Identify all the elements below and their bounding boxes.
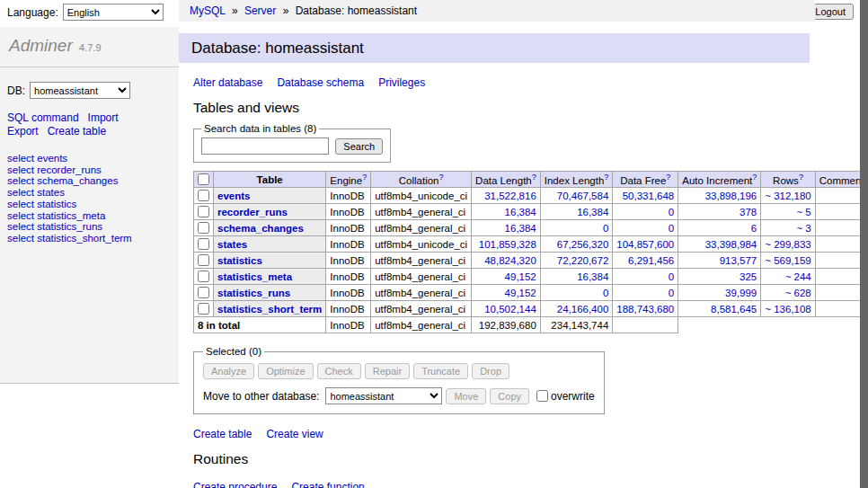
row-select-cell [194, 236, 214, 253]
action-link-privileges[interactable]: Privileges [378, 76, 425, 89]
rows-count-link[interactable]: ~ 628 [785, 288, 811, 298]
tables-body: eventsInnoDButf8mb4_unicode_ci31,522,816… [194, 188, 868, 333]
table-row-statistics-runs: statistics_runsInnoDButf8mb4_general_ci4… [194, 285, 868, 301]
sidebar-item-select-schema-changes[interactable]: select schema_changes [7, 175, 172, 187]
create-link-create-table[interactable]: Create table [193, 428, 252, 440]
table-link-statistics-runs[interactable]: statistics_runs [217, 288, 290, 298]
row-checkbox[interactable] [198, 190, 209, 201]
selected-optimize-button[interactable]: Optimize [258, 363, 313, 379]
selected-truncate-button[interactable]: Truncate [413, 363, 468, 379]
table-total-row: 8 in totalInnoDButf8mb4_general_ci192,83… [194, 317, 868, 333]
help-link[interactable]: ? [604, 173, 608, 182]
db-select[interactable]: homeassistant [30, 82, 130, 99]
help-link[interactable]: ? [799, 173, 803, 182]
selected-analyze-button[interactable]: Analyze [203, 363, 254, 379]
create-link-create-view[interactable]: Create view [266, 428, 323, 440]
help-link[interactable]: ? [362, 173, 367, 182]
tables-heading: Tables and views [193, 100, 815, 116]
row-checkbox[interactable] [198, 303, 209, 315]
help-link[interactable]: ? [752, 173, 757, 182]
table-link-events[interactable]: events [217, 191, 250, 201]
row-checkbox[interactable] [198, 254, 209, 266]
sidebar-item-select-statistics-meta[interactable]: select statistics_meta [7, 210, 172, 222]
sidebar-item-select-states[interactable]: select states [7, 187, 172, 199]
adminer-logo-link[interactable]: Adminer [9, 36, 73, 55]
action-link-alter-database[interactable]: Alter database [193, 76, 262, 89]
rows-count-link[interactable]: ~ 244 [785, 271, 811, 282]
rows-count-link[interactable]: ~ 3 [796, 223, 810, 234]
move-db-select[interactable]: homeassistant [325, 387, 442, 404]
engine-cell: InnoDB [326, 269, 371, 285]
table-name-cell: states [214, 236, 326, 253]
routine-link-create-procedure[interactable]: Create procedure [193, 481, 277, 488]
help-link[interactable]: ? [438, 173, 443, 182]
language-select[interactable]: English [63, 4, 164, 21]
row-checkbox[interactable] [198, 287, 209, 298]
empty-cell [761, 317, 815, 333]
rows-count-link[interactable]: ~ 136,108 [765, 304, 810, 315]
breadcrumb-current: Database: homeassistant [296, 4, 417, 17]
index-length-cell: 16,384 [540, 204, 613, 220]
action-link-database-schema[interactable]: Database schema [277, 76, 364, 89]
search-input[interactable] [201, 138, 329, 155]
routine-link-create-function[interactable]: Create function [291, 481, 364, 488]
copy-button[interactable]: Copy [490, 388, 529, 404]
vertical-scrollbar[interactable] [860, 0, 868, 488]
row-checkbox[interactable] [198, 238, 209, 250]
collation-cell: utf8mb4_general_ci [371, 285, 472, 301]
sidebar-item-select-events[interactable]: select events [7, 153, 172, 164]
column-header-table: Table [214, 172, 326, 188]
sidebar-link-import[interactable]: Import [88, 111, 119, 124]
table-link-statistics-short-term[interactable]: statistics_short_term [217, 304, 322, 315]
search-button[interactable]: Search [335, 138, 383, 155]
breadcrumb-mysql-link[interactable]: MySQL [190, 4, 226, 17]
index-length-cell: 70,467,584 [540, 188, 613, 204]
overwrite-checkbox[interactable] [536, 390, 548, 402]
help-link[interactable]: ? [532, 173, 536, 182]
row-checkbox[interactable] [198, 222, 209, 234]
sidebar-item-select-recorder-runs[interactable]: select recorder_runs [7, 164, 172, 176]
rows-count-link[interactable]: ~ 5 [796, 207, 810, 217]
table-name-cell: statistics_runs [214, 285, 326, 301]
collation-cell: utf8mb4_general_ci [371, 301, 472, 317]
rows-cell: ~ 244 [761, 269, 815, 285]
rows-count-link[interactable]: ~ 569,159 [765, 255, 810, 266]
help-link[interactable]: ? [666, 173, 670, 182]
rows-count-link[interactable]: ~ 312,180 [765, 191, 810, 201]
table-name-cell: statistics_meta [214, 269, 326, 285]
row-checkbox[interactable] [198, 206, 209, 217]
auto-increment-cell: 39,999 [678, 285, 761, 301]
scrollbar-thumb[interactable] [860, 0, 868, 488]
selected-drop-button[interactable]: Drop [472, 363, 509, 379]
rows-cell: ~ 5 [761, 204, 815, 220]
rows-count-link[interactable]: ~ 299,833 [765, 239, 810, 250]
breadcrumb-server-link[interactable]: Server [244, 4, 276, 17]
sidebar-item-select-statistics-runs[interactable]: select statistics_runs [7, 221, 172, 233]
row-checkbox[interactable] [198, 271, 209, 282]
data-length-cell: 101,859,328 [472, 236, 541, 253]
selected-check-button[interactable]: Check [317, 363, 361, 379]
tables-table: TableEngine?Collation?Data Length?Index … [193, 171, 868, 333]
breadcrumb-separator: » [232, 4, 238, 17]
table-link-schema-changes[interactable]: schema_changes [217, 223, 304, 234]
sidebar-item-select-statistics-short-term[interactable]: select statistics_short_term [7, 233, 172, 244]
auto-increment-cell: 913,577 [678, 253, 761, 269]
select-all-checkbox[interactable] [198, 173, 209, 185]
collation-cell: utf8mb4_general_ci [371, 204, 472, 220]
sidebar-link-create-table[interactable]: Create table [48, 125, 106, 138]
table-link-states[interactable]: states [217, 239, 247, 250]
sidebar-link-export[interactable]: Export [7, 125, 39, 138]
sidebar-link-sql-command[interactable]: SQL command [7, 111, 79, 124]
data-length-cell: 31,522,816 [472, 188, 541, 204]
sidebar-item-select-statistics[interactable]: select statistics [7, 199, 172, 210]
move-button[interactable]: Move [446, 388, 486, 404]
table-link-statistics-meta[interactable]: statistics_meta [217, 271, 292, 282]
collation-cell: utf8mb4_general_ci [371, 220, 472, 236]
selected-repair-button[interactable]: Repair [365, 363, 410, 379]
selected-legend: Selected (0) [203, 346, 264, 357]
engine-cell: InnoDB [326, 220, 371, 236]
total-data-free-cell [613, 317, 678, 333]
engine-cell: InnoDB [326, 204, 371, 220]
table-link-statistics[interactable]: statistics [217, 255, 262, 266]
table-link-recorder-runs[interactable]: recorder_runs [217, 207, 288, 217]
